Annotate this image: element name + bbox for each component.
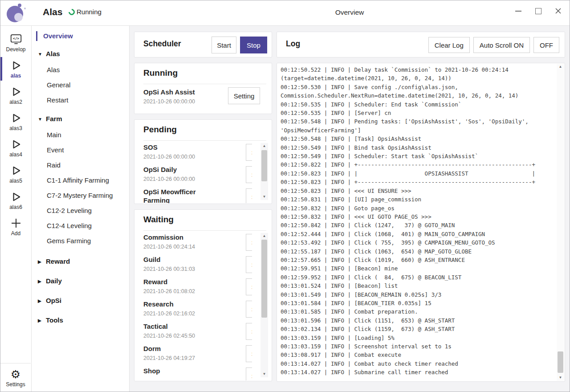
task-name: OpSi Meowfficer Farming bbox=[143, 188, 217, 203]
scroll-up-icon[interactable]: ▲ bbox=[557, 64, 564, 70]
nav-item-c12-4-leveling[interactable]: C12-4 Leveling bbox=[32, 218, 129, 233]
log-line: 00:12:52.444 | INFO | Click (1068, 401) … bbox=[281, 230, 552, 238]
start-button[interactable]: Start bbox=[212, 37, 236, 53]
nav-group-opsi[interactable]: ▶OpSi bbox=[32, 294, 129, 307]
stop-button[interactable]: Stop bbox=[240, 37, 267, 53]
nav-group-tools[interactable]: ▶Tools bbox=[32, 314, 129, 327]
setting-button-research[interactable]: Setting bbox=[246, 301, 252, 318]
log-line: 00:12:59.952 | INFO | Click ( 84, 675) @… bbox=[281, 273, 552, 282]
rail-item-label: alas3 bbox=[9, 125, 22, 131]
task-name: OpSi Daily bbox=[143, 165, 217, 174]
nav-item-general[interactable]: General bbox=[32, 78, 129, 93]
scroll-down-icon[interactable]: ▼ bbox=[261, 194, 268, 200]
scroll-down-icon[interactable]: ▼ bbox=[261, 371, 268, 377]
task-row-research: Research2021-10-26 02:16:02Setting bbox=[143, 298, 252, 320]
task-name: Research bbox=[143, 300, 217, 308]
nav-item-restart[interactable]: Restart bbox=[32, 93, 129, 108]
scrollbar-thumb[interactable] bbox=[558, 351, 563, 373]
task-next-run-time: 2021-10-26 01:08:02 bbox=[143, 288, 217, 294]
clear-log-button[interactable]: Clear Log bbox=[428, 37, 470, 53]
scroll-down-icon[interactable]: ▼ bbox=[557, 375, 564, 381]
task-row-commission: Commission2021-10-26 00:24:14Setting bbox=[143, 231, 252, 253]
log-line: 00:12:50.831 | INFO | [UI] page_commissi… bbox=[281, 195, 552, 204]
scheduler-status: Running bbox=[69, 8, 102, 16]
chevron-right-icon: ▶ bbox=[38, 314, 46, 327]
scrollbar[interactable]: ▲ ▼ bbox=[261, 143, 268, 200]
log-line: 00:12:50.549 | INFO | Scheduler: Start t… bbox=[281, 152, 552, 160]
setting-button-opsi-daily[interactable]: Setting bbox=[246, 166, 252, 183]
scrollbar[interactable]: ▲ ▼ bbox=[261, 233, 268, 377]
maximize-icon[interactable] bbox=[534, 7, 542, 15]
nav-group-daily[interactable]: ▶Daily bbox=[32, 274, 129, 288]
rail-item-label: alas4 bbox=[9, 151, 22, 158]
nav-children-farm: MainEventRaidC1-1 Affinity FarmingC7-2 M… bbox=[32, 127, 129, 249]
log-line: 00:13:14.027 | INFO | Combat auto check … bbox=[281, 359, 552, 368]
log-scrollbar[interactable]: ▲ ▼ bbox=[557, 64, 564, 381]
rail-item-alas5[interactable]: alas5 bbox=[0, 161, 31, 187]
nav-item-gems-farming[interactable]: Gems Farming bbox=[32, 233, 129, 249]
rail-item-alas2[interactable]: alas2 bbox=[0, 82, 31, 108]
log-line: 00:12:50.823 | INFO | +-----------------… bbox=[281, 178, 552, 186]
config-rail: </>Developalasalas2alas3alas4alas5alas6A… bbox=[0, 26, 32, 392]
rail-item-add[interactable]: Add bbox=[0, 213, 31, 240]
play-icon bbox=[10, 191, 22, 203]
log-line: 00:12:50.822 | INFO | +-----------------… bbox=[281, 160, 552, 169]
waiting-section: Waiting Commission2021-10-26 00:24:14Set… bbox=[134, 209, 272, 381]
rail-item-alas4[interactable]: alas4 bbox=[0, 135, 31, 161]
nav-group-label: Daily bbox=[46, 277, 62, 285]
task-next-run-time: 2021-10-26 04:19:27 bbox=[143, 355, 217, 361]
play-icon bbox=[10, 86, 22, 98]
task-next-run-time: 2021-10-26 00:24:14 bbox=[143, 244, 217, 250]
setting-button-reward[interactable]: Setting bbox=[246, 278, 252, 295]
setting-button-commission[interactable]: Setting bbox=[246, 234, 252, 251]
auto-scroll-off-button[interactable]: OFF bbox=[533, 37, 559, 53]
setting-button-dorm[interactable]: Setting bbox=[246, 345, 252, 362]
scroll-up-icon[interactable]: ▲ bbox=[261, 143, 268, 149]
setting-button-guild[interactable]: Setting bbox=[246, 256, 252, 273]
log-line: 00:12:59.951 | INFO | [Beacon] mine bbox=[281, 264, 552, 273]
nav-group-alas[interactable]: ▼Alas bbox=[32, 47, 129, 61]
setting-button-shop[interactable]: Setting bbox=[246, 368, 252, 380]
setting-button-sos[interactable]: Setting bbox=[246, 144, 252, 161]
scrollbar-thumb[interactable] bbox=[261, 150, 267, 181]
scheduler-title: Scheduler bbox=[143, 39, 181, 49]
rail-item-develop[interactable]: </>Develop bbox=[0, 29, 31, 56]
nav-item-alas[interactable]: Alas bbox=[32, 62, 129, 78]
nav-group-farm[interactable]: ▼Farm bbox=[32, 112, 129, 126]
scrollbar-thumb[interactable] bbox=[261, 240, 267, 318]
chevron-right-icon: ▶ bbox=[38, 294, 46, 308]
nav-item-overview[interactable]: Overview bbox=[32, 29, 129, 43]
waiting-task-list: Commission2021-10-26 00:24:14SettingGuil… bbox=[143, 231, 252, 380]
setting-button-tactical[interactable]: Setting bbox=[246, 323, 252, 340]
nav-item-main[interactable]: Main bbox=[32, 127, 129, 143]
scroll-up-icon[interactable]: ▲ bbox=[261, 233, 268, 239]
nav-item-raid[interactable]: Raid bbox=[32, 158, 129, 173]
minimize-icon[interactable] bbox=[514, 7, 522, 15]
app-logo bbox=[6, 4, 26, 23]
play-icon bbox=[10, 112, 22, 124]
rail-item-alas6[interactable]: alas6 bbox=[0, 187, 31, 213]
setting-button-opsi-meowfficer-farming[interactable]: Setting bbox=[246, 188, 252, 203]
log-buttons: Clear Log Auto Scroll ON OFF bbox=[428, 37, 559, 53]
setting-button-opsi-ash-assist[interactable]: Setting bbox=[228, 87, 260, 104]
nav-item-c7-2-mystery-farming[interactable]: C7-2 Mystery Farming bbox=[32, 188, 129, 203]
chevron-right-icon: ▶ bbox=[38, 275, 46, 288]
nav-item-c1-1-affinity-farming[interactable]: C1-1 Affinity Farming bbox=[32, 173, 129, 188]
log-line: 00:12:50.548 | INFO | [Task] OpsiAshAssi… bbox=[281, 135, 552, 143]
log-title: Log bbox=[286, 39, 300, 49]
log-line: 00:13:01.596 | INFO | Click (1151, 653) … bbox=[281, 316, 552, 325]
rail-item-settings[interactable]: ⚙ Settings bbox=[0, 363, 31, 392]
nav-group-reward[interactable]: ▶Reward bbox=[32, 255, 129, 268]
nav-item-c12-2-leveling[interactable]: C12-2 Leveling bbox=[32, 203, 129, 218]
rail-item-alas3[interactable]: alas3 bbox=[0, 108, 31, 135]
rail-item-alas[interactable]: alas bbox=[0, 56, 31, 82]
log-line: 00:12:50.549 | INFO | Bind task OpsiAshA… bbox=[281, 143, 552, 152]
plus-icon bbox=[10, 217, 22, 229]
task-name: SOS bbox=[143, 143, 217, 151]
nav-item-event[interactable]: Event bbox=[32, 143, 129, 158]
auto-scroll-on-button[interactable]: Auto Scroll ON bbox=[473, 37, 530, 53]
close-icon[interactable] bbox=[554, 7, 562, 15]
task-row-tactical: Tactical2021-10-26 02:45:50Setting bbox=[143, 320, 252, 342]
task-next-run-time: 2021-10-26 00:00:00 bbox=[143, 98, 228, 105]
task-name: Guild bbox=[143, 255, 217, 264]
